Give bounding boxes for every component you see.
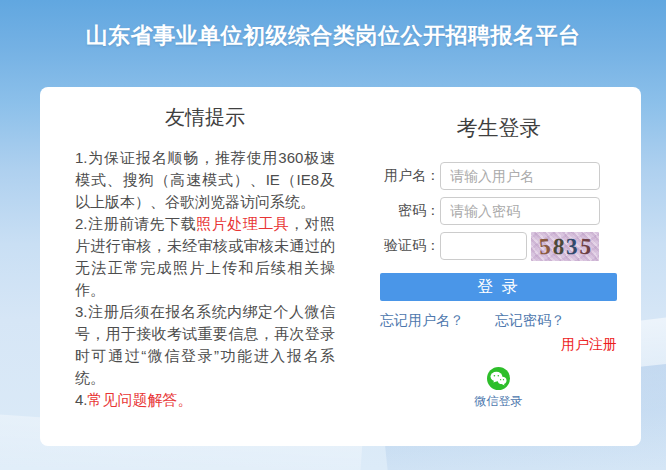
login-button[interactable]: 登 录 bbox=[380, 273, 617, 301]
captcha-digit: 5 bbox=[537, 234, 552, 258]
forgot-links-row: 忘记用户名？ 忘记密码？ bbox=[380, 312, 565, 330]
main-card: 友情提示 1.为保证报名顺畅，推荐使用360极速模式、搜狗（高速模式）、IE（I… bbox=[40, 87, 641, 446]
faq-link[interactable]: 常见问题解答。 bbox=[88, 391, 193, 408]
captcha-row: 验证码： 5 8 3 5 bbox=[380, 232, 617, 260]
tips-body: 1.为保证报名顺畅，推荐使用360极速模式、搜狗（高速模式）、IE（IE8及以上… bbox=[75, 147, 335, 411]
wechat-login-block: 微信登录 bbox=[380, 367, 617, 410]
tip-item-1: 1.为保证报名顺畅，推荐使用360极速模式、搜狗（高速模式）、IE（IE8及以上… bbox=[75, 147, 335, 213]
captcha-digit: 8 bbox=[551, 234, 566, 258]
tip-1-text: 1.为保证报名顺畅，推荐使用360极速模式、搜狗（高速模式）、IE（IE8及以上… bbox=[75, 149, 335, 210]
captcha-image[interactable]: 5 8 3 5 bbox=[531, 232, 599, 261]
register-link[interactable]: 用户注册 bbox=[561, 336, 617, 352]
tip-item-2: 2.注册前请先下载照片处理工具，对照片进行审核，未经审核或审核未通过的无法正常完… bbox=[75, 213, 335, 301]
username-label: 用户名： bbox=[380, 167, 440, 185]
password-label: 密码： bbox=[380, 202, 440, 220]
wechat-login-label[interactable]: 微信登录 bbox=[475, 393, 523, 410]
tip-item-3: 3.注册后须在报名系统内绑定个人微信号，用于接收考试重要信息，再次登录时可通过“… bbox=[75, 301, 335, 389]
login-panel: 考生登录 用户名： 密码： 验证码： 5 8 3 bbox=[380, 87, 617, 410]
password-input[interactable] bbox=[440, 197, 600, 225]
login-title: 考生登录 bbox=[380, 114, 617, 142]
captcha-label: 验证码： bbox=[380, 237, 440, 255]
password-row: 密码： bbox=[380, 197, 617, 225]
page-background: 山东省事业单位初级综合类岗位公开招聘报名平台 友情提示 1.为保证报名顺畅，推荐… bbox=[0, 0, 666, 470]
username-input[interactable] bbox=[440, 162, 600, 190]
register-row: 用户注册 bbox=[380, 336, 617, 354]
captcha-digit: 3 bbox=[565, 234, 579, 257]
tips-title: 友情提示 bbox=[75, 104, 335, 131]
login-form: 用户名： 密码： 验证码： 5 8 3 5 登 bbox=[380, 162, 617, 410]
wechat-icon[interactable] bbox=[487, 367, 510, 390]
tip-3-text: 3.注册后须在报名系统内绑定个人微信号，用于接收考试重要信息，再次登录时可通过“… bbox=[75, 303, 335, 386]
tip-item-4: 4.常见问题解答。 bbox=[75, 389, 335, 411]
wechat-bubbles-glyph bbox=[490, 371, 507, 386]
photo-tool-link[interactable]: 照片处理工具 bbox=[196, 215, 289, 232]
tip-4-prefix: 4. bbox=[75, 391, 88, 408]
forgot-password-link[interactable]: 忘记密码？ bbox=[495, 312, 565, 330]
captcha-input[interactable] bbox=[440, 232, 527, 260]
tip-2-text: 2.注册前请先下载 bbox=[75, 215, 196, 232]
captcha-digit: 5 bbox=[578, 234, 593, 258]
tips-panel: 友情提示 1.为保证报名顺畅，推荐使用360极速模式、搜狗（高速模式）、IE（I… bbox=[75, 87, 335, 411]
forgot-username-link[interactable]: 忘记用户名？ bbox=[380, 312, 464, 330]
username-row: 用户名： bbox=[380, 162, 617, 190]
page-title: 山东省事业单位初级综合类岗位公开招聘报名平台 bbox=[0, 21, 666, 51]
